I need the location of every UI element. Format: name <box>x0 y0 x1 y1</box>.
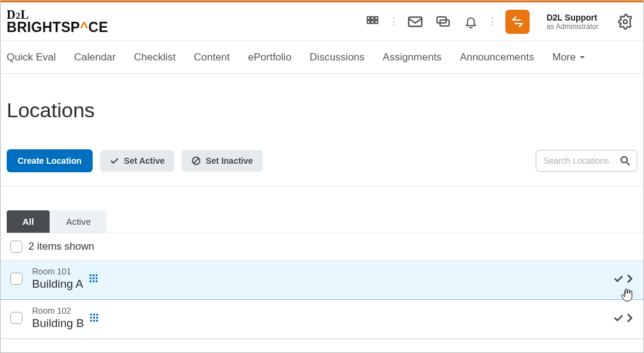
logo-d2l: D2L <box>7 8 108 21</box>
top-bar: D2L BRIGHTSP^CE D2L Support as Administr… <box>1 2 643 41</box>
set-active-label: Set Active <box>124 156 165 166</box>
list-area: All Active 2 items shown Room 101 Buildi… <box>1 186 643 339</box>
separator-dots <box>490 17 494 26</box>
location-row[interactable]: Room 101 Building A <box>1 261 643 300</box>
nav-checklist[interactable]: Checklist <box>134 51 176 63</box>
nav-quick-eval[interactable]: Quick Eval <box>7 51 56 63</box>
nav-calendar[interactable]: Calendar <box>74 51 116 63</box>
location-name: Room 101 <box>32 267 84 276</box>
location-building: Building A <box>32 277 84 291</box>
drag-handle-icon[interactable] <box>90 314 98 322</box>
bell-icon[interactable] <box>462 13 479 30</box>
nav-announcements[interactable]: Announcements <box>460 51 534 63</box>
svg-rect-2 <box>375 16 378 19</box>
svg-rect-4 <box>371 21 374 24</box>
user-role: as Administrator <box>547 22 599 31</box>
location-building: Building B <box>32 317 84 330</box>
nav-more-label: More <box>553 51 576 63</box>
set-active-button[interactable]: Set Active <box>100 150 174 172</box>
separator-dots <box>392 17 396 26</box>
row-actions <box>613 313 634 323</box>
create-location-button[interactable]: Create Location <box>7 149 93 172</box>
user-name: D2L Support <box>547 13 599 22</box>
row-checkbox[interactable] <box>10 312 22 324</box>
chevron-right-icon[interactable] <box>625 273 634 284</box>
location-row[interactable]: Room 102 Building B <box>1 300 643 339</box>
drag-handle-icon[interactable] <box>90 274 97 282</box>
check-icon <box>110 156 119 166</box>
nav-eportfolio[interactable]: ePortfolio <box>248 51 292 63</box>
main-nav: Quick Eval Calendar Checklist Content eP… <box>1 41 643 74</box>
location-name: Room 102 <box>32 306 84 316</box>
brand-logo[interactable]: D2L BRIGHTSP^CE <box>7 8 108 34</box>
gear-icon[interactable] <box>617 13 634 30</box>
page-title: Locations <box>1 88 643 125</box>
logo-brightspace: BRIGHTSP^CE <box>7 21 108 34</box>
active-check-icon <box>613 273 624 284</box>
svg-line-11 <box>194 158 199 163</box>
tabs: All Active <box>1 210 643 233</box>
nav-discussions[interactable]: Discussions <box>310 51 365 63</box>
search-input[interactable] <box>542 155 616 166</box>
search-icon[interactable] <box>620 155 631 166</box>
svg-rect-6 <box>409 17 422 26</box>
svg-rect-3 <box>367 21 370 24</box>
select-all-checkbox[interactable] <box>10 241 22 253</box>
svg-line-13 <box>627 162 630 165</box>
mail-icon[interactable] <box>407 13 424 30</box>
chevron-down-icon <box>579 54 586 61</box>
active-check-icon <box>613 313 624 323</box>
tab-all[interactable]: All <box>7 210 50 233</box>
set-inactive-button[interactable]: Set Inactive <box>182 150 263 172</box>
tab-active[interactable]: Active <box>50 210 107 233</box>
nav-assignments[interactable]: Assignments <box>383 51 441 63</box>
chat-icon[interactable] <box>435 13 452 30</box>
svg-rect-1 <box>371 16 374 19</box>
count-text: 2 items shown <box>28 241 94 253</box>
svg-rect-5 <box>375 21 378 24</box>
nav-content[interactable]: Content <box>194 51 230 63</box>
svg-rect-0 <box>367 16 370 19</box>
apps-icon[interactable] <box>364 13 381 30</box>
set-inactive-label: Set Inactive <box>206 156 253 166</box>
user-block[interactable]: D2L Support as Administrator <box>547 13 599 31</box>
role-switch-icon[interactable] <box>505 10 530 34</box>
topbar-icons: D2L Support as Administrator <box>364 10 634 34</box>
svg-point-9 <box>623 19 628 24</box>
nav-more[interactable]: More <box>553 51 586 63</box>
chevron-right-icon[interactable] <box>625 313 634 323</box>
search-box[interactable] <box>536 150 637 172</box>
svg-point-12 <box>621 157 627 163</box>
row-checkbox[interactable] <box>10 273 22 285</box>
cancel-icon <box>191 156 201 166</box>
count-row: 2 items shown <box>1 233 643 261</box>
row-actions <box>613 273 634 284</box>
toolbar: Create Location Set Active Set Inactive <box>1 138 643 186</box>
